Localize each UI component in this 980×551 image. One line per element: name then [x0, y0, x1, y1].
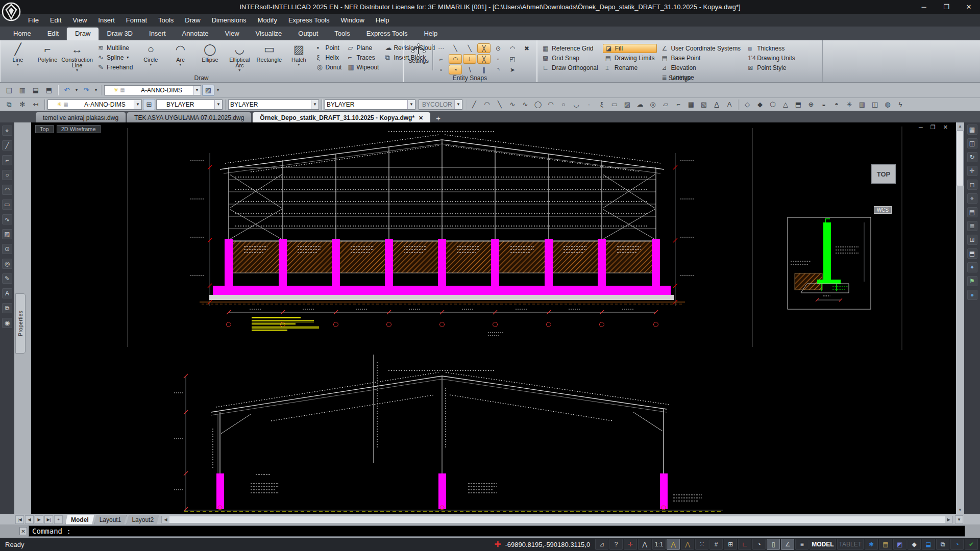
- model-space-toggle[interactable]: MODEL: [810, 539, 836, 550]
- table-panel-icon[interactable]: ⊞: [967, 235, 977, 245]
- annotation-visibility-icon[interactable]: ⋀: [667, 539, 680, 550]
- view-cube[interactable]: TOP: [871, 164, 896, 184]
- spark-icon[interactable]: ϟ: [894, 99, 906, 110]
- command-close-icon[interactable]: ✕: [19, 527, 27, 535]
- circle-icon[interactable]: ○: [557, 99, 570, 110]
- point-filter-snap[interactable]: ∖: [463, 65, 476, 74]
- point-style-item[interactable]: ⊠ Point Style: [745, 63, 798, 72]
- scroll-left-icon[interactable]: ◀: [162, 516, 169, 523]
- menu-item[interactable]: File: [22, 15, 44, 26]
- thickness-item[interactable]: ⧈ Thickness: [745, 44, 798, 53]
- next-tab-button[interactable]: ▶: [35, 515, 43, 524]
- block-tool-icon[interactable]: ⧉: [2, 303, 12, 313]
- ellipse-button[interactable]: ◯ Ellipse: [195, 42, 225, 73]
- layer-filter-icon[interactable]: ▨: [202, 85, 214, 96]
- qnew-icon[interactable]: ▤: [3, 85, 15, 96]
- annotation-scale-icon[interactable]: ⋀: [638, 539, 651, 550]
- mesh-3d-icon[interactable]: ✳: [843, 99, 855, 110]
- menu-item[interactable]: Tools: [153, 15, 179, 26]
- select-icon[interactable]: ⌖: [2, 126, 12, 136]
- donut-icon[interactable]: ◎: [647, 99, 659, 110]
- auto-annotation-icon[interactable]: ⋀: [681, 539, 694, 550]
- ribbon-tab[interactable]: Draw 3D: [99, 28, 141, 40]
- horizontal-scroll-thumb[interactable]: [169, 516, 945, 523]
- dropdown-arrow-icon[interactable]: ▼: [214, 100, 222, 109]
- layout-tab[interactable]: Model: [65, 515, 94, 524]
- parallel-snap[interactable]: ∥: [477, 65, 491, 74]
- elliptical-arc-button[interactable]: ◡ Elliptical Arc ▾: [225, 42, 254, 73]
- base-point-item[interactable]: ▤ Base Point: [659, 54, 743, 63]
- construction-line-button[interactable]: ↔ Construction Line ▾: [62, 42, 92, 73]
- ribbon-tab[interactable]: Edit: [39, 28, 67, 40]
- circle-tool-icon[interactable]: ○: [2, 170, 12, 180]
- fill-panel-icon[interactable]: ⬒: [967, 248, 977, 259]
- polyline-button[interactable]: ⌐ Polyline: [33, 42, 62, 73]
- scroll-up-icon[interactable]: ▲: [956, 122, 964, 130]
- dish-3d-icon[interactable]: ◒: [818, 99, 830, 110]
- center-snap[interactable]: ⊙: [492, 43, 505, 53]
- render-icon[interactable]: ◩: [893, 539, 906, 550]
- scroll-right-icon[interactable]: ▶: [945, 516, 952, 523]
- document-tab[interactable]: Örnek_Depo_statik_DRAFT_31.10.2025 - Kop…: [253, 112, 430, 122]
- menu-item[interactable]: Insert: [92, 15, 120, 26]
- annotation-scale-value[interactable]: 1:1: [652, 539, 666, 550]
- helix-icon[interactable]: ξ: [596, 99, 608, 110]
- ribbon-tab[interactable]: Draw: [67, 28, 99, 40]
- viewport-style-control[interactable]: 2D Wireframe: [57, 125, 101, 133]
- quick-snap[interactable]: ➤: [506, 65, 519, 74]
- point-icon[interactable]: ·: [583, 99, 595, 110]
- drawing-canvas[interactable]: Top 2D Wireframe ─ ❐ ✕ TOP WCS: [31, 122, 956, 514]
- revision-cloud-icon[interactable]: ☁: [634, 99, 646, 110]
- freehand-icon[interactable]: ∿: [519, 99, 531, 110]
- status-ok-icon[interactable]: ✔: [965, 539, 978, 550]
- document-tab[interactable]: TEK ASYA UYGULAMA 07.01.2025.dwg: [127, 112, 251, 122]
- horizontal-scrollbar[interactable]: ◀ ▶: [161, 516, 953, 523]
- crosshair-status-icon[interactable]: ✛: [624, 539, 637, 550]
- pyramid-3d-icon[interactable]: ▥: [856, 99, 868, 110]
- menu-item[interactable]: View: [67, 15, 92, 26]
- clear-snaps[interactable]: ✖: [520, 43, 533, 53]
- ortho-icon[interactable]: ∟: [738, 539, 751, 550]
- freehand-button[interactable]: ✎ Freehand: [96, 62, 135, 72]
- cylinder-3d-icon[interactable]: ⬡: [767, 99, 779, 110]
- line-tool-icon[interactable]: ╱: [2, 140, 12, 151]
- box-icon[interactable]: ◻: [967, 180, 977, 190]
- line-icon[interactable]: ╱: [468, 99, 480, 110]
- wipeout-button[interactable]: ▦ Wipeout: [346, 62, 381, 72]
- menu-item[interactable]: Format: [120, 15, 153, 26]
- standards-icon[interactable]: ◆: [908, 539, 921, 550]
- prev-tab-button[interactable]: ◀: [25, 515, 34, 524]
- flag-panel-icon[interactable]: ⚑: [967, 276, 977, 286]
- rectangle-tool-icon[interactable]: ▭: [2, 199, 12, 210]
- sheet-panel-icon[interactable]: ◫: [967, 138, 977, 148]
- ribbon-tab[interactable]: Express Tools: [358, 28, 416, 40]
- spline-icon[interactable]: ∿: [506, 99, 519, 110]
- layers-panel-icon[interactable]: ≣: [967, 221, 977, 231]
- grid-snap-item[interactable]: ▩ Grid Snap: [540, 54, 601, 63]
- mtext-icon[interactable]: A: [723, 99, 736, 110]
- command-input[interactable]: Command :: [29, 525, 965, 537]
- set-layer-by-entity-icon[interactable]: ⧉: [3, 99, 15, 110]
- arc-icon[interactable]: ◠: [481, 99, 493, 110]
- lineweight-icon[interactable]: ▯: [767, 539, 780, 550]
- undo-button[interactable]: ↶: [61, 85, 73, 96]
- menu-item[interactable]: Edit: [44, 15, 67, 26]
- hatch-tool-icon[interactable]: ▨: [2, 229, 12, 239]
- explore-layers-icon[interactable]: ⊞: [143, 99, 155, 110]
- sketch-tool-icon[interactable]: ✎: [2, 273, 12, 284]
- menu-item[interactable]: Draw: [179, 15, 206, 26]
- nearest-snap[interactable]: ╲: [449, 43, 462, 53]
- perpendicular-snap[interactable]: ⊥: [463, 54, 476, 64]
- hatch-icon[interactable]: ▧: [698, 99, 710, 110]
- layer-previous-icon[interactable]: ↤: [30, 99, 42, 110]
- list-panel-icon[interactable]: ▤: [967, 207, 977, 217]
- lineweight-dropdown[interactable]: BYLAYER ▼: [325, 99, 415, 110]
- intersection-snap[interactable]: ╳: [477, 43, 491, 53]
- rectangle-icon[interactable]: ▭: [608, 99, 621, 110]
- region-icon[interactable]: ▨: [621, 99, 633, 110]
- menu-item[interactable]: Modify: [252, 15, 283, 26]
- hatch-button[interactable]: ▨ Hatch ▾: [284, 42, 313, 73]
- elliptical-arc-icon[interactable]: ◠: [545, 99, 557, 110]
- box-3d-icon[interactable]: ◇: [741, 99, 753, 110]
- line-button[interactable]: ╱ Line ▾: [3, 42, 33, 73]
